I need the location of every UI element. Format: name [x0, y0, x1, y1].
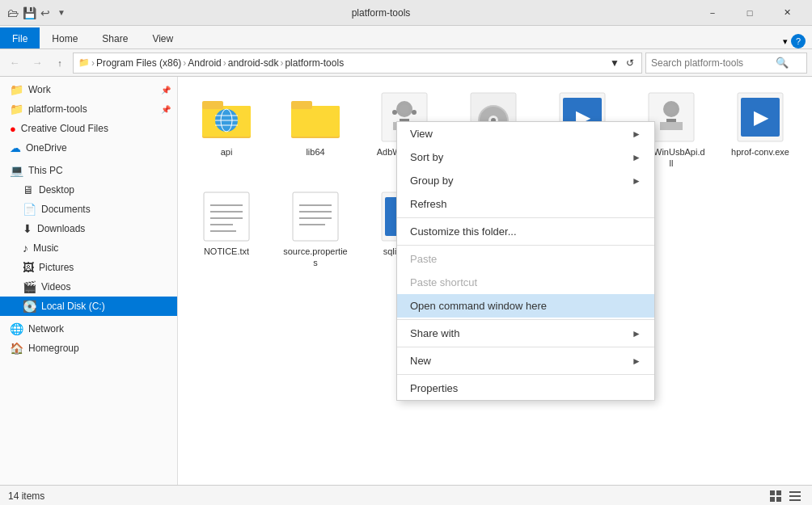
- save-icon: 💾: [23, 6, 36, 19]
- ctx-new-arrow: ►: [632, 356, 641, 367]
- grid-view-icon: [770, 490, 781, 502]
- lib64-label: lib64: [306, 146, 324, 158]
- sidebar-item-homegroup[interactable]: 🏠 Homegroup: [0, 339, 177, 358]
- file-item-lib64[interactable]: lib64: [275, 85, 356, 176]
- window-title: platform-tools: [73, 7, 689, 19]
- svg-rect-51: [789, 491, 801, 493]
- minimize-button[interactable]: −: [694, 0, 731, 26]
- sidebar-item-creative-cloud[interactable]: ● Creative Cloud Files: [0, 119, 177, 138]
- breadcrumb-part4[interactable]: platform-tools: [285, 57, 344, 69]
- sidebar-item-onedrive[interactable]: ☁ OneDrive: [0, 138, 177, 158]
- ctx-new[interactable]: New ►: [397, 349, 654, 372]
- videos-icon: 🎬: [23, 280, 36, 293]
- sidebar-label-work: Work: [28, 84, 51, 95]
- back-button[interactable]: ←: [5, 53, 24, 73]
- svg-rect-48: [776, 490, 781, 495]
- lib64-icon: [290, 91, 341, 143]
- sidebar-item-downloads[interactable]: ⬇ Downloads: [0, 219, 177, 238]
- sidebar-item-videos[interactable]: 🎬 Videos: [0, 277, 177, 297]
- this-pc-icon: 💻: [10, 164, 23, 177]
- ctx-open-cmd[interactable]: Open command window here: [397, 294, 654, 318]
- sidebar-label-downloads: Downloads: [37, 223, 85, 234]
- breadcrumb-part1[interactable]: Program Files (x86): [96, 57, 181, 69]
- search-bar[interactable]: 🔍: [645, 53, 807, 74]
- svg-point-16: [412, 110, 417, 115]
- breadcrumb[interactable]: 📁 › Program Files (x86) › Android › andr…: [73, 53, 642, 74]
- ctx-open-cmd-label: Open command window here: [410, 300, 547, 312]
- breadcrumb-dropdown[interactable]: ▼: [607, 57, 622, 69]
- breadcrumb-refresh[interactable]: ↺: [624, 57, 636, 69]
- tab-share[interactable]: Share: [90, 27, 140, 48]
- tab-home[interactable]: Home: [40, 27, 90, 48]
- sidebar-item-music[interactable]: ♪ Music: [0, 238, 177, 258]
- list-view-icon: [789, 490, 801, 502]
- sidebar-item-platform-tools[interactable]: 📁 platform-tools 📌: [0, 99, 177, 119]
- maximize-button[interactable]: □: [731, 0, 768, 26]
- sidebar-label-desktop: Desktop: [39, 184, 74, 196]
- content-area[interactable]: api lib64: [178, 77, 812, 485]
- hprof-label: hprof-conv.exe: [731, 146, 789, 158]
- ctx-new-label: New: [410, 355, 431, 367]
- quick-access-icon: 🗁: [6, 6, 19, 19]
- svg-rect-29: [666, 119, 676, 122]
- sidebar-item-pictures[interactable]: 🖼 Pictures: [0, 258, 177, 277]
- svg-point-15: [392, 110, 397, 115]
- sidebar-label-onedrive: OneDrive: [26, 142, 67, 154]
- ctx-paste-shortcut[interactable]: Paste shortcut: [397, 271, 654, 294]
- sidebar-item-desktop[interactable]: 🖥 Desktop: [0, 180, 177, 200]
- ctx-group-by[interactable]: Group by ►: [397, 169, 654, 192]
- sidebar-quick-access: 📁 Work 📌 📁 platform-tools 📌 ● Creative C…: [0, 77, 177, 158]
- ctx-sort-by[interactable]: Sort by ►: [397, 145, 654, 169]
- source-label: source.properties: [281, 246, 349, 269]
- file-item-api[interactable]: api: [186, 85, 267, 176]
- hprof-icon: ▶: [734, 91, 786, 143]
- ctx-properties[interactable]: Properties: [397, 377, 654, 400]
- ctx-properties-label: Properties: [410, 382, 458, 394]
- ctx-view[interactable]: View ►: [397, 122, 654, 145]
- ctx-paste[interactable]: Paste: [397, 247, 654, 271]
- sidebar-label-videos: Videos: [41, 281, 70, 292]
- address-bar: ← → ↑ 📁 › Program Files (x86) › Android …: [0, 49, 812, 77]
- sidebar-item-network[interactable]: 🌐 Network: [0, 319, 177, 339]
- forward-button[interactable]: →: [27, 53, 47, 73]
- sidebar-label-this-pc: This PC: [28, 165, 63, 176]
- svg-point-28: [666, 104, 676, 114]
- breadcrumb-part2[interactable]: Android: [188, 57, 221, 69]
- desktop-icon: 🖥: [23, 183, 34, 196]
- ctx-group-arrow: ►: [632, 175, 641, 187]
- help-icon[interactable]: ?: [791, 34, 806, 48]
- grid-view-button[interactable]: [767, 487, 785, 505]
- close-button[interactable]: ✕: [768, 0, 806, 26]
- ctx-share-arrow: ►: [632, 328, 641, 339]
- sidebar-item-local-disk[interactable]: 💽 Local Disk (C:): [0, 297, 177, 316]
- dropdown-icon[interactable]: ▼: [55, 6, 68, 19]
- help-arrow[interactable]: ▾: [783, 36, 788, 47]
- documents-icon: 📄: [23, 203, 36, 216]
- file-item-hprof[interactable]: ▶ hprof-conv.exe: [720, 85, 801, 176]
- breadcrumb-root: 📁: [78, 57, 90, 68]
- source-icon: [290, 191, 341, 242]
- sidebar-item-documents[interactable]: 📄 Documents: [0, 200, 177, 219]
- svg-rect-10: [291, 101, 312, 109]
- svg-rect-52: [789, 495, 801, 497]
- up-button[interactable]: ↑: [50, 53, 70, 73]
- svg-rect-50: [776, 497, 781, 502]
- ctx-refresh[interactable]: Refresh: [397, 192, 654, 216]
- sidebar-label-local-disk: Local Disk (C:): [41, 301, 105, 312]
- notice-label: NOTICE.txt: [204, 246, 249, 257]
- undo-icon: ↩: [39, 6, 52, 19]
- sidebar-item-this-pc[interactable]: 💻 This PC: [0, 161, 177, 180]
- svg-rect-39: [293, 192, 338, 241]
- list-view-button[interactable]: [786, 487, 804, 505]
- search-input[interactable]: [651, 57, 772, 69]
- ctx-share-with[interactable]: Share with ►: [397, 322, 654, 345]
- homegroup-icon: 🏠: [10, 342, 23, 355]
- file-item-source[interactable]: source.properties: [275, 184, 356, 276]
- ctx-sep3: [397, 319, 654, 320]
- tab-view[interactable]: View: [140, 27, 185, 48]
- tab-file[interactable]: File: [0, 27, 40, 48]
- file-item-notice[interactable]: NOTICE.txt: [186, 184, 267, 276]
- breadcrumb-part3[interactable]: android-sdk: [228, 57, 279, 69]
- sidebar-item-work[interactable]: 📁 Work 📌: [0, 80, 177, 99]
- ctx-customize[interactable]: Customize this folder...: [397, 220, 654, 243]
